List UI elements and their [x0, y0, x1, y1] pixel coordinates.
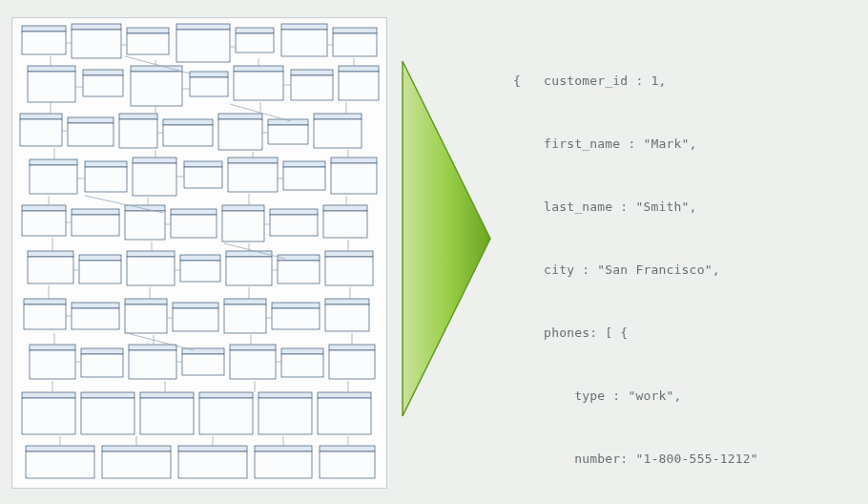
svg-rect-52 [283, 161, 325, 167]
svg-rect-79 [226, 257, 272, 285]
svg-rect-16 [83, 70, 123, 75]
svg-rect-85 [24, 304, 66, 329]
svg-rect-55 [331, 163, 377, 194]
svg-rect-129 [178, 452, 247, 478]
svg-rect-62 [171, 209, 217, 215]
svg-rect-112 [22, 392, 75, 398]
svg-rect-53 [283, 167, 325, 190]
svg-rect-45 [85, 167, 127, 192]
svg-rect-20 [190, 72, 228, 77]
svg-rect-27 [339, 72, 379, 100]
svg-rect-34 [163, 119, 213, 125]
svg-rect-13 [333, 33, 377, 56]
svg-rect-50 [228, 158, 278, 163]
svg-rect-48 [184, 161, 222, 167]
svg-rect-21 [190, 77, 228, 96]
svg-rect-10 [281, 24, 327, 30]
svg-rect-128 [178, 446, 247, 452]
svg-rect-125 [26, 452, 94, 478]
diagram-stage: { customer_id : 1, first_name : "Mark", … [0, 0, 868, 504]
svg-rect-126 [102, 446, 171, 452]
svg-rect-18 [131, 66, 182, 72]
svg-rect-118 [199, 392, 253, 398]
svg-rect-25 [291, 75, 333, 100]
relational-schema-diagram [11, 17, 387, 489]
svg-rect-44 [85, 161, 127, 167]
svg-rect-37 [218, 119, 262, 150]
svg-rect-111 [329, 350, 375, 379]
svg-rect-106 [230, 345, 276, 350]
svg-rect-97 [325, 304, 369, 331]
svg-rect-40 [314, 114, 362, 119]
svg-rect-76 [180, 255, 220, 261]
svg-rect-82 [325, 251, 373, 257]
svg-rect-100 [81, 348, 123, 354]
svg-rect-19 [131, 72, 182, 106]
svg-rect-30 [68, 117, 114, 123]
svg-rect-42 [30, 159, 77, 165]
json-document-code: { customer_id : 1, first_name : "Mark", … [513, 29, 857, 504]
svg-rect-101 [81, 354, 123, 377]
svg-rect-6 [176, 24, 230, 30]
svg-rect-117 [140, 398, 194, 434]
svg-rect-31 [68, 123, 114, 146]
svg-rect-84 [24, 299, 66, 304]
svg-rect-88 [125, 299, 167, 304]
svg-rect-11 [281, 30, 327, 56]
svg-rect-65 [222, 211, 264, 242]
svg-rect-54 [331, 158, 377, 163]
svg-rect-94 [272, 303, 320, 308]
schema-tables-group [20, 24, 379, 478]
svg-rect-99 [30, 350, 75, 379]
svg-rect-93 [224, 304, 266, 333]
svg-rect-124 [26, 446, 94, 452]
code-line: first_name : "Mark", [513, 134, 857, 155]
svg-rect-22 [234, 66, 283, 72]
svg-marker-134 [403, 61, 490, 416]
svg-rect-12 [333, 28, 377, 33]
code-line: city : "San Francisco", [513, 260, 857, 281]
svg-rect-4 [127, 28, 169, 33]
svg-rect-73 [79, 261, 121, 284]
svg-rect-119 [199, 398, 253, 434]
svg-rect-80 [278, 255, 320, 261]
svg-rect-35 [163, 125, 213, 146]
svg-rect-14 [28, 66, 75, 72]
svg-rect-7 [176, 30, 230, 62]
transform-arrow-icon [399, 57, 494, 420]
svg-rect-64 [222, 205, 264, 211]
svg-rect-127 [102, 452, 171, 478]
code-line: number: "1-800-555-1212" [513, 449, 857, 470]
svg-rect-17 [83, 75, 123, 96]
svg-rect-113 [22, 398, 75, 434]
svg-rect-115 [81, 398, 134, 434]
svg-rect-51 [228, 163, 278, 192]
svg-rect-24 [291, 70, 333, 75]
code-line: type : "work", [513, 386, 857, 407]
svg-rect-9 [236, 33, 274, 52]
svg-rect-5 [127, 33, 169, 54]
svg-rect-105 [182, 354, 224, 375]
svg-rect-36 [218, 114, 262, 119]
svg-rect-96 [325, 299, 369, 304]
svg-rect-39 [268, 125, 308, 144]
code-line: { customer_id : 1, [513, 71, 857, 92]
svg-rect-92 [224, 299, 266, 304]
svg-rect-98 [30, 345, 75, 350]
svg-rect-1 [22, 32, 66, 54]
svg-rect-49 [184, 167, 222, 188]
svg-rect-33 [119, 119, 157, 148]
svg-rect-89 [125, 304, 167, 333]
svg-rect-26 [339, 66, 379, 72]
svg-rect-122 [318, 392, 371, 398]
code-line: last_name : "Smith", [513, 197, 857, 218]
svg-rect-114 [81, 392, 134, 398]
svg-rect-29 [20, 119, 62, 146]
svg-rect-86 [72, 303, 119, 308]
svg-rect-66 [270, 209, 318, 215]
svg-rect-43 [30, 165, 77, 194]
svg-rect-108 [281, 348, 323, 354]
svg-rect-74 [127, 251, 175, 257]
svg-rect-109 [281, 354, 323, 377]
svg-rect-47 [133, 163, 176, 196]
